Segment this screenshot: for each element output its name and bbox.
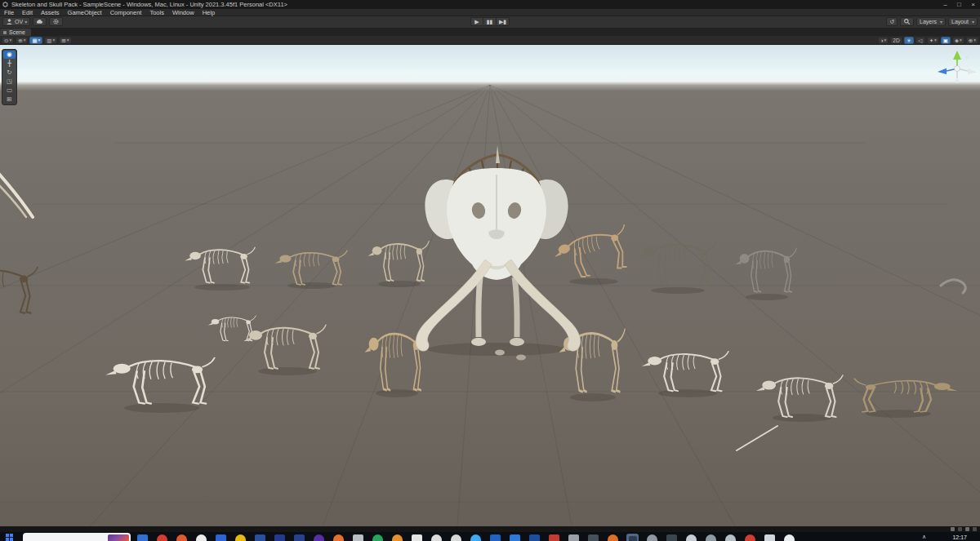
grid-snap-dropdown[interactable]: ▦▾ xyxy=(29,37,42,44)
move-tool[interactable]: ╋ xyxy=(3,60,16,68)
taskbar-app-icon[interactable] xyxy=(470,534,482,541)
taskbar-app-icons xyxy=(136,534,795,541)
menu-edit[interactable]: Edit xyxy=(18,9,37,16)
app-icon-glyph xyxy=(510,534,520,541)
app-icon-glyph xyxy=(333,534,344,541)
taskbar-app-icon[interactable] xyxy=(274,534,286,541)
menu-component[interactable]: Component xyxy=(106,9,146,16)
taskbar-app-icon[interactable] xyxy=(705,534,717,541)
tray-chevron-icon[interactable]: ∧ xyxy=(922,534,926,540)
gizmos-dropdown[interactable]: ◈▾ xyxy=(952,37,964,44)
layout-dropdown[interactable]: Layout ▾ xyxy=(948,17,978,26)
taskbar-app-icon[interactable] xyxy=(411,534,423,541)
rotate-tool[interactable]: ↻ xyxy=(3,69,16,77)
menu-gameobject[interactable]: GameObject xyxy=(64,9,106,16)
taskbar-app-icon[interactable] xyxy=(666,534,678,541)
pivot-mode-dropdown[interactable]: ⊙▾ xyxy=(2,37,14,44)
scene-lighting-toggle[interactable]: ☀ xyxy=(904,37,914,44)
scene-audio-toggle[interactable]: ◁ xyxy=(915,37,925,44)
taskbar-app-icon[interactable] xyxy=(548,534,560,541)
taskbar-app-icon[interactable] xyxy=(744,534,756,541)
menu-file[interactable]: File xyxy=(0,9,18,16)
minimize-button[interactable]: – xyxy=(938,0,952,9)
taskbar-search-box[interactable] xyxy=(23,533,131,541)
snap-settings-dropdown[interactable]: ⊞▾ xyxy=(59,37,71,44)
start-button[interactable] xyxy=(6,534,13,541)
status-icon-4[interactable] xyxy=(973,527,977,531)
view-tool[interactable]: ◉ xyxy=(3,51,16,59)
taskbar-app-icon[interactable] xyxy=(646,534,658,541)
2d-view-icon: 2D xyxy=(893,37,899,44)
scene-viewport[interactable]: .sk{fill:currentColor} .bn{fill:none;str… xyxy=(0,45,980,526)
taskbar-app-icon[interactable] xyxy=(195,534,207,541)
handle-orientation-dropdown[interactable]: ⊕▾ xyxy=(16,37,28,44)
taskbar-app-icon[interactable] xyxy=(509,534,521,541)
menu-tools[interactable]: Tools xyxy=(145,9,168,16)
taskbar-app-icon[interactable] xyxy=(685,534,697,541)
cloud-services-button[interactable] xyxy=(33,17,47,26)
draw-mode-dropdown[interactable]: ◑▾ xyxy=(878,37,889,44)
pause-button[interactable]: ▮▮ xyxy=(483,17,497,26)
app-icon-glyph xyxy=(764,534,775,541)
taskbar-app-icon[interactable] xyxy=(156,534,168,541)
scene-view-toolbar: ⊙▾⊕▾▦▾▥▾⊞▾ ◑▾2D☀◁✦▾▣◈▾⊕▾ xyxy=(0,36,980,45)
2d-view-toggle[interactable]: 2D xyxy=(890,37,902,44)
layers-dropdown[interactable]: Layers ▾ xyxy=(916,17,946,26)
overlay-menu-dropdown[interactable]: ⊕▾ xyxy=(966,37,978,44)
taskbar-app-icon[interactable] xyxy=(372,534,384,541)
taskbar-app-icon[interactable] xyxy=(724,534,737,541)
object-shadows xyxy=(124,278,931,422)
camera-settings-toggle[interactable]: ▣ xyxy=(941,37,951,44)
app-icon-glyph xyxy=(490,534,501,541)
app-icon-glyph xyxy=(255,534,265,541)
maximize-button[interactable]: □ xyxy=(952,0,966,9)
taskbar-app-icon[interactable] xyxy=(783,534,795,541)
taskbar-app-icon[interactable] xyxy=(430,534,443,541)
app-icon-glyph xyxy=(372,534,383,541)
taskbar-app-icon[interactable] xyxy=(234,534,247,541)
scene-orientation-gizmo[interactable] xyxy=(938,51,977,83)
taskbar-app-icon[interactable] xyxy=(352,534,364,541)
undo-history-button[interactable]: ↺ xyxy=(886,17,898,26)
play-button[interactable]: ▶ xyxy=(470,17,483,26)
step-button[interactable]: ▶▮ xyxy=(497,17,510,26)
taskbar-app-icon[interactable] xyxy=(568,534,580,541)
status-icon-2[interactable] xyxy=(958,527,962,531)
caret-down-icon: ▾ xyxy=(24,19,27,24)
taskbar-app-icon[interactable] xyxy=(254,534,266,541)
taskbar-app-icon[interactable] xyxy=(450,534,462,541)
taskbar-app-icon[interactable] xyxy=(391,534,403,541)
account-label: OV xyxy=(15,19,23,24)
settings-button[interactable] xyxy=(49,17,63,26)
taskbar-app-icon[interactable] xyxy=(626,534,639,541)
taskbar-app-icon[interactable] xyxy=(313,534,325,541)
taskbar-app-icon[interactable] xyxy=(215,534,227,541)
increment-snap-dropdown[interactable]: ▥▾ xyxy=(44,37,57,44)
menu-help[interactable]: Help xyxy=(198,9,219,16)
taskbar-app-icon[interactable] xyxy=(607,534,619,541)
account-dropdown[interactable]: OV ▾ xyxy=(2,17,30,26)
rect-tool[interactable]: ▭ xyxy=(3,86,16,95)
taskbar-clock[interactable]: 12:17 xyxy=(952,534,967,540)
search-button[interactable] xyxy=(900,17,914,26)
taskbar-app-icon[interactable] xyxy=(587,534,599,541)
status-icon-1[interactable] xyxy=(951,527,955,531)
status-icon-3[interactable] xyxy=(965,527,969,531)
effects-dropdown[interactable]: ✦▾ xyxy=(927,37,939,44)
menu-assets[interactable]: Assets xyxy=(37,9,64,16)
taskbar-app-icon[interactable] xyxy=(332,534,345,541)
taskbar-app-icon[interactable] xyxy=(528,534,541,541)
caret-down-icon: ▾ xyxy=(9,37,11,44)
taskbar-app-icon[interactable] xyxy=(764,534,776,541)
app-icon-glyph xyxy=(666,534,677,541)
taskbar-app-icon[interactable] xyxy=(136,534,149,541)
tools-overlay: ◉╋↻◳▭⊞ xyxy=(2,49,17,105)
transform-tool[interactable]: ⊞ xyxy=(3,95,16,104)
taskbar-app-icon[interactable] xyxy=(176,534,188,541)
tab-scene[interactable]: Scene xyxy=(0,29,31,36)
scale-tool[interactable]: ◳ xyxy=(3,78,16,86)
close-button[interactable]: × xyxy=(966,0,980,9)
menu-window[interactable]: Window xyxy=(168,9,198,16)
taskbar-app-icon[interactable] xyxy=(489,534,501,541)
taskbar-app-icon[interactable] xyxy=(293,534,305,541)
